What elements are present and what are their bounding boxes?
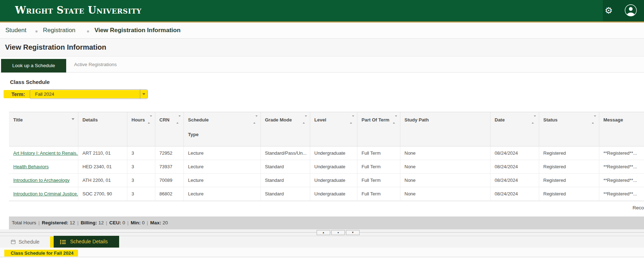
column-header-status[interactable]: Status	[539, 112, 599, 146]
totals-label: Max:	[150, 220, 161, 225]
chevron-down-icon	[142, 93, 145, 95]
cell-details: ATH 2200, 01	[78, 173, 127, 187]
records-count-text: Reco	[633, 205, 644, 210]
course-title-link[interactable]: Health Behaviors	[13, 164, 49, 169]
cell-grade-mode: Standard	[260, 187, 310, 200]
totals-label: Billing:	[80, 220, 97, 225]
class-schedule-heading: Class Schedule	[10, 79, 50, 85]
term-dropdown-button[interactable]	[140, 90, 147, 99]
gear-icon[interactable]: ⚙	[605, 5, 613, 16]
bottom-panel	[0, 248, 644, 257]
tab-strip: Look up a Schedule Active Registrations	[0, 56, 644, 73]
column-header-grade-mode[interactable]: Grade Mode	[260, 112, 310, 146]
totals-label: Registered:	[42, 220, 68, 225]
course-title-link[interactable]: Art History I: Ancient to Renais...	[13, 150, 78, 156]
tab-look-up-a-schedule[interactable]: Look up a Schedule	[1, 59, 66, 73]
cell-part-of-term: Full Term	[357, 173, 400, 187]
term-select[interactable]: Fall 2024	[30, 89, 148, 99]
totals-label: Min:	[131, 220, 141, 225]
totals-value: 0	[122, 220, 125, 225]
breadcrumb-separator-icon	[35, 30, 38, 33]
sort-both-icon[interactable]	[393, 117, 397, 122]
table-header-row: Title Details Hours CRN ScheduleType Gra…	[9, 112, 644, 146]
cell-crn: 72952	[155, 146, 184, 160]
table-row: Art History I: Ancient to Renais... ART …	[9, 146, 644, 160]
total-hours-bar: Total Hours|Registered: 12|Billing: 12|C…	[9, 216, 644, 229]
cell-part-of-term: Full Term	[357, 146, 400, 160]
cell-level: Undergraduate	[310, 187, 357, 200]
registration-page: Wright State University ⚙ Student Regist…	[0, 0, 644, 259]
schedule-caption: Class Schedule for Fall 2024	[11, 250, 74, 256]
cell-grade-mode: Standard	[260, 160, 310, 173]
cell-part-of-term: Full Term	[357, 187, 400, 200]
cell-crn: 73937	[155, 160, 184, 173]
top-bar: Wright State University	[0, 0, 644, 21]
bottom-tab-bar: Schedule Schedule Details	[0, 236, 644, 248]
tab-schedule[interactable]: Schedule	[11, 236, 39, 248]
totals-label: CEU:	[109, 220, 121, 225]
cell-date: 08/24/2024	[490, 160, 539, 173]
course-title-link[interactable]: Introduction to Criminal Justice...	[13, 191, 78, 196]
cell-grade-mode: Standard	[260, 173, 310, 187]
cell-message: **Registered**...	[599, 187, 644, 200]
cell-schedule-type: Lecture	[184, 173, 260, 187]
column-header-level[interactable]: Level	[310, 112, 357, 146]
splitter-down-button[interactable]: ▼	[346, 230, 360, 235]
course-title-link[interactable]: Introduction to Archaeology	[13, 178, 70, 183]
cell-status: Registered	[539, 187, 599, 200]
sort-both-icon[interactable]	[592, 117, 596, 122]
cell-part-of-term: Full Term	[357, 160, 400, 173]
column-header-schedule-type[interactable]: ScheduleType	[184, 112, 260, 146]
cell-message: **Registered**...	[599, 173, 644, 187]
sort-both-icon[interactable]	[148, 117, 152, 122]
tab-schedule-details[interactable]: Schedule Details	[54, 236, 119, 248]
cell-details: ART 2110, 01	[78, 146, 127, 160]
term-label: Term:	[11, 91, 25, 97]
column-header-title[interactable]: Title	[9, 112, 78, 146]
column-header-details[interactable]: Details	[78, 112, 127, 146]
university-logo: Wright State University	[15, 5, 142, 16]
cell-status: Registered	[539, 173, 599, 187]
user-icon[interactable]	[624, 4, 637, 17]
sort-both-icon[interactable]	[303, 117, 307, 122]
totals-prefix: Total Hours	[12, 220, 36, 225]
table-row: Introduction to Archaeology ATH 2200, 01…	[9, 173, 644, 187]
cell-date: 08/24/2024	[490, 173, 539, 187]
splitter-up-button[interactable]: ▲	[317, 230, 330, 235]
breadcrumb-separator-icon	[87, 30, 89, 33]
cell-study-path: None	[400, 187, 490, 200]
list-icon	[60, 239, 66, 246]
calendar-icon	[11, 237, 16, 249]
cell-date: 08/24/2024	[490, 146, 539, 160]
column-header-part-of-term[interactable]: Part Of Term	[357, 112, 400, 146]
cell-schedule-type: Lecture	[184, 146, 260, 160]
cell-level: Undergraduate	[310, 160, 357, 173]
cell-hours: 3	[127, 146, 155, 160]
cell-message: **Registered**...	[599, 160, 644, 173]
cell-status: Registered	[539, 146, 599, 160]
cell-level: Undergraduate	[310, 146, 357, 160]
breadcrumb-student[interactable]: Student	[5, 27, 26, 34]
column-header-date[interactable]: Date	[490, 112, 539, 146]
cell-hours: 3	[127, 187, 155, 200]
sort-both-icon[interactable]	[253, 117, 258, 122]
column-header-message[interactable]: Message	[599, 112, 644, 146]
sort-desc-icon[interactable]	[72, 118, 74, 120]
cell-crn: 70089	[155, 173, 184, 187]
table-row: Introduction to Criminal Justice... SOC …	[9, 187, 644, 200]
breadcrumb-registration[interactable]: Registration	[43, 27, 75, 34]
cell-details: HED 2340, 01	[78, 160, 127, 173]
column-header-hours[interactable]: Hours	[127, 112, 155, 146]
caption-highlight: Class Schedule for Fall 2024	[4, 250, 78, 256]
sort-both-icon[interactable]	[350, 117, 354, 122]
column-header-crn[interactable]: CRN	[155, 112, 184, 146]
sort-both-icon[interactable]	[176, 117, 181, 122]
totals-value: 12	[70, 220, 75, 225]
column-header-study-path[interactable]: Study Path	[400, 112, 490, 146]
cell-level: Undergraduate	[310, 173, 357, 187]
tab-active-registrations[interactable]: Active Registrations	[74, 56, 117, 73]
sort-both-icon[interactable]	[532, 117, 536, 122]
table-row: Health Behaviors HED 2340, 01 3 73937 Le…	[9, 160, 644, 173]
title-bar: View Registration Information	[0, 39, 644, 56]
splitter-reset-button[interactable]: ●	[331, 230, 345, 235]
